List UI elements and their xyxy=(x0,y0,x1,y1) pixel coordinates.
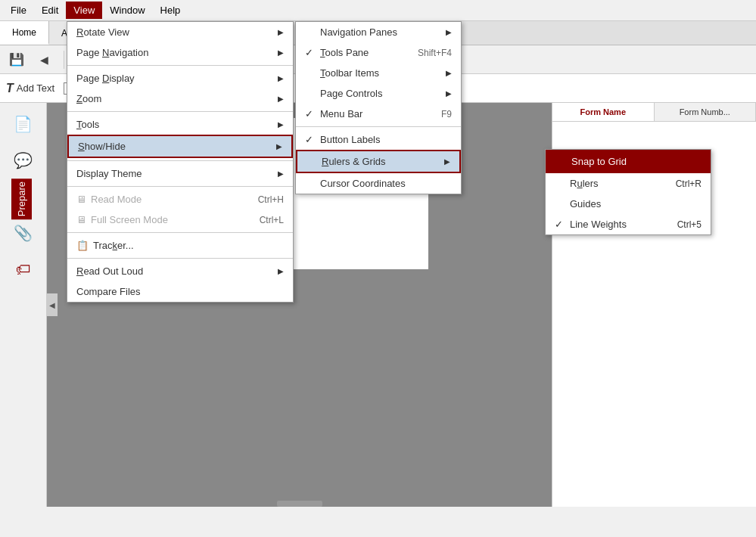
rulers-label: Rulers xyxy=(570,178,599,189)
read-mode-label: 🖥Read Mode xyxy=(76,194,142,205)
read-out-loud-label: Read Out Loud xyxy=(76,265,143,277)
showhide-cursor-coordinates[interactable]: Cursor Coordinates xyxy=(296,173,461,194)
tools-label: Tools xyxy=(76,119,99,130)
line-weights-check: ✓ xyxy=(555,219,567,230)
view-menu-page-navigation[interactable]: Page Navigation ▶ xyxy=(67,42,293,63)
compare-files-label: Compare Files xyxy=(76,286,141,297)
view-menu-display-theme[interactable]: Display Theme ▶ xyxy=(67,163,293,184)
back-icon[interactable]: ◀ xyxy=(33,49,54,70)
page-controls-label: Page Controls xyxy=(320,88,382,99)
view-menu-read-out-loud[interactable]: Read Out Loud ▶ xyxy=(67,261,293,281)
tools-arrow: ▶ xyxy=(278,120,284,129)
menu-file[interactable]: File xyxy=(3,2,34,19)
snap-to-grid-label: Snap to Grid xyxy=(571,156,627,167)
showhide-page-controls[interactable]: Page Controls ▶ xyxy=(296,83,461,104)
view-menu-tools[interactable]: Tools ▶ xyxy=(67,114,293,135)
line-weights-label: Line Weights xyxy=(570,219,627,230)
showhide-menu-bar[interactable]: ✓ Menu Bar F9 xyxy=(296,104,461,124)
rotate-view-arrow: ▶ xyxy=(278,28,284,36)
nav-panes-arrow: ▶ xyxy=(446,28,452,36)
tools-pane-check: ✓ xyxy=(305,47,317,58)
separator-b xyxy=(67,111,293,112)
rulers-grids-submenu: Snap to Grid Rulers Ctrl+R Guides ✓ Line… xyxy=(545,149,711,235)
view-menu-full-screen: 🖥Full Screen Mode Ctrl+L xyxy=(67,210,293,230)
rulers-snap-to-grid[interactable]: Snap to Grid xyxy=(546,150,711,173)
page-controls-arrow: ▶ xyxy=(446,89,452,98)
zoom-arrow: ▶ xyxy=(278,95,284,103)
rulers-rulers[interactable]: Rulers Ctrl+R xyxy=(546,173,711,194)
sidebar-paperclip-icon[interactable]: 📎 xyxy=(8,218,39,248)
menu-help[interactable]: Help xyxy=(153,2,188,19)
menu-bar-shortcut: F9 xyxy=(441,109,452,120)
view-menu-read-mode: 🖥Read Mode Ctrl+H xyxy=(67,189,293,210)
showhide-sep-1 xyxy=(296,126,461,127)
view-menu-rotate-view[interactable]: Rotate View ▶ xyxy=(67,22,293,42)
menu-view[interactable]: View xyxy=(66,2,102,19)
sidebar-tag-icon[interactable]: 🏷 xyxy=(8,254,39,284)
menu-bar-label: Menu Bar xyxy=(320,108,362,120)
view-menu-show-hide[interactable]: Show/Hide ▶ xyxy=(67,135,293,158)
tools-pane-label: Tools Pane xyxy=(320,47,369,58)
left-sidebar: 📄 💬 🔖 📎 🏷 Prepare xyxy=(0,103,47,507)
separator-a xyxy=(67,65,293,66)
menu-bar-check: ✓ xyxy=(305,108,317,120)
tracker-icon: 📋 xyxy=(76,240,89,251)
line-weights-shortcut: Ctrl+5 xyxy=(677,219,702,230)
sidebar-comment-icon[interactable]: 💬 xyxy=(8,145,39,175)
showhide-rulers-grids[interactable]: Rulers & Grids ▶ xyxy=(296,150,461,173)
right-panel-content xyxy=(552,122,756,134)
page-display-label: Page Display xyxy=(76,73,135,84)
cursor-coords-label: Cursor Coordinates xyxy=(320,178,406,189)
add-text-label: Add Text xyxy=(17,82,54,94)
tracker-label: 📋Tracker... xyxy=(76,240,134,251)
full-screen-icon: 🖥 xyxy=(76,214,86,225)
toolbar-items-label: Toolbar Items xyxy=(320,67,379,79)
view-menu-zoom[interactable]: Zoom ▶ xyxy=(67,88,293,109)
menu-window[interactable]: Window xyxy=(102,2,152,19)
read-out-loud-arrow: ▶ xyxy=(278,267,284,275)
menu-edit[interactable]: Edit xyxy=(34,2,66,19)
button-labels-check: ✓ xyxy=(305,134,317,145)
view-menu-compare-files[interactable]: Compare Files xyxy=(67,281,293,302)
page-navigation-arrow: ▶ xyxy=(278,48,284,57)
view-menu-tracker[interactable]: 📋Tracker... xyxy=(67,235,293,256)
toolbar-items-arrow: ▶ xyxy=(446,69,452,77)
show-hide-label: Show/Hide xyxy=(78,141,126,152)
page-navigation-label: Page Navigation xyxy=(76,47,148,58)
right-panel-form-num-tab[interactable]: Form Numb... xyxy=(655,103,757,121)
showhide-submenu: Navigation Panes ▶ ✓ Tools Pane Shift+F4… xyxy=(295,21,462,194)
showhide-tools-pane[interactable]: ✓ Tools Pane Shift+F4 xyxy=(296,42,461,63)
rotate-view-label: Rotate View xyxy=(76,26,129,38)
right-panel-form-name-tab[interactable]: Form Name xyxy=(552,103,655,121)
prepare-label: Prepare xyxy=(11,178,32,219)
tab-home[interactable]: Home xyxy=(0,21,49,45)
rulers-grids-arrow: ▶ xyxy=(444,157,450,166)
separator-e xyxy=(67,232,293,233)
view-menu-page-display[interactable]: Page Display ▶ xyxy=(67,68,293,88)
tools-pane-shortcut: Shift+F4 xyxy=(418,48,452,58)
zoom-label: Zoom xyxy=(76,93,101,104)
add-text-icon: T xyxy=(6,82,14,95)
separator-c xyxy=(67,160,293,161)
rulers-guides[interactable]: Guides xyxy=(546,194,711,214)
button-labels-label: Button Labels xyxy=(320,134,381,145)
menu-bar: File Edit View Window Help xyxy=(0,0,756,21)
full-screen-shortcut: Ctrl+L xyxy=(260,215,284,225)
read-mode-shortcut: Ctrl+H xyxy=(258,194,284,205)
sidebar-pages-icon[interactable]: 📄 xyxy=(8,109,39,139)
separator-1 xyxy=(64,51,64,69)
showhide-button-labels[interactable]: ✓ Button Labels xyxy=(296,129,461,150)
showhide-toolbar-items[interactable]: Toolbar Items ▶ xyxy=(296,63,461,83)
display-theme-arrow: ▶ xyxy=(278,169,284,178)
showhide-navigation-panes[interactable]: Navigation Panes ▶ xyxy=(296,22,461,42)
display-theme-label: Display Theme xyxy=(76,168,142,179)
add-text-tool[interactable]: T Add Text xyxy=(6,82,54,95)
rulers-line-weights[interactable]: ✓ Line Weights Ctrl+5 xyxy=(546,214,711,234)
page-display-arrow: ▶ xyxy=(278,74,284,82)
separator-f xyxy=(67,258,293,259)
nav-panes-label: Navigation Panes xyxy=(320,26,397,38)
full-screen-label: 🖥Full Screen Mode xyxy=(76,214,168,225)
rulers-grids-label: Rulers & Grids xyxy=(322,156,386,167)
save-icon[interactable]: 💾 xyxy=(6,49,27,70)
collapse-button[interactable]: ◀ xyxy=(47,293,58,316)
